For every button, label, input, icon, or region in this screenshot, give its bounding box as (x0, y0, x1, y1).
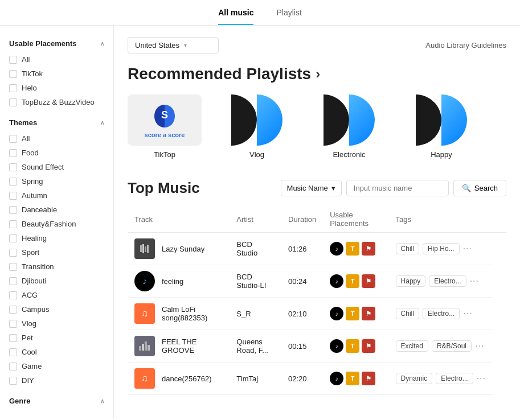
sidebar-item-theme-all[interactable]: All (0, 131, 113, 146)
checkbox-theme-transition[interactable] (9, 263, 17, 271)
more-button[interactable]: ··· (470, 276, 479, 286)
recommended-arrow[interactable]: › (316, 66, 320, 82)
table-row: ♫ dance(256762) TimTaj 02:20 ♪ T ⚑ (128, 363, 506, 395)
checkbox-theme-game[interactable] (9, 363, 17, 370)
sidebar-item-theme-djibouti[interactable]: Djibouti (0, 274, 113, 288)
sidebar-item-placement-topbuzz[interactable]: TopBuzz & BuzzVideo (0, 95, 113, 109)
sidebar-item-theme-beautyfashion[interactable]: Beauty&Fashion (0, 217, 113, 231)
checkbox-placement-all[interactable] (9, 56, 17, 64)
sidebar-item-theme-pet[interactable]: Pet (0, 331, 113, 345)
genre-header[interactable]: Genre ∧ (0, 392, 113, 410)
platform-topbuzz-icon: T (346, 274, 359, 288)
checkbox-theme-diy[interactable] (9, 377, 17, 385)
sidebar-item-theme-campus[interactable]: Campus (0, 302, 113, 316)
track-thumb (134, 336, 155, 356)
tags-cell: Excited R&B/Soul ··· (396, 340, 486, 352)
more-button[interactable]: ··· (463, 244, 472, 254)
tags-cell: Chill Hip Ho... ··· (396, 243, 486, 254)
search-bar: Music Name ▾ 🔍 Search (281, 180, 506, 196)
checkbox-theme-beautyfashion[interactable] (9, 220, 17, 228)
sidebar-item-theme-sport[interactable]: Sport (0, 245, 113, 260)
sidebar-item-theme-acg[interactable]: ACG (0, 288, 113, 302)
tab-playlist[interactable]: Playlist (276, 8, 301, 25)
checkbox-placement-tiktok[interactable] (9, 70, 17, 78)
sidebar-item-theme-autumn[interactable]: Autumn (0, 188, 113, 203)
track-cell: ♫ dance(256762) (134, 368, 223, 389)
sidebar-item-theme-food[interactable]: Food (0, 146, 113, 160)
checkbox-theme-soundeffect[interactable] (9, 163, 17, 171)
sidebar-item-placement-tiktok[interactable]: TikTok (0, 67, 113, 81)
track-thumb (134, 238, 155, 259)
more-button[interactable]: ··· (477, 373, 486, 384)
themes-chevron: ∧ (100, 120, 104, 126)
vlog-thumb-right (257, 94, 282, 146)
electronic-thumb-right (349, 94, 375, 146)
top-music-section: Top Music Music Name ▾ 🔍 Search (128, 179, 506, 395)
playlist-item-happy[interactable]: Happy (404, 94, 478, 159)
checkbox-theme-cool[interactable] (9, 348, 17, 356)
playlists-list: S score a score TikTop Vlog (128, 94, 506, 159)
placement-icons: ♪ T ⚑ (330, 274, 382, 288)
platform-tiktok-icon: ♪ (330, 242, 343, 256)
platform-buzzv-icon: ⚑ (362, 339, 375, 353)
tag: Hip Ho... (423, 243, 460, 254)
sidebar-item-placement-helo[interactable]: Helo (0, 81, 113, 95)
playlist-item-last[interactable] (497, 94, 506, 159)
search-field-select[interactable]: Music Name ▾ (281, 180, 342, 196)
top-nav: All music Playlist (0, 0, 520, 26)
sidebar-item-theme-vlog[interactable]: Vlog (0, 316, 113, 331)
country-select[interactable]: United States ▾ (128, 37, 219, 53)
themes-header[interactable]: Themes ∧ (0, 114, 113, 131)
sidebar-item-theme-diy[interactable]: DIY (0, 373, 113, 388)
sidebar-item-theme-soundeffect[interactable]: Sound Effect (0, 160, 113, 174)
svg-rect-6 (142, 344, 144, 351)
playlist-item-electronic[interactable]: Electronic (312, 94, 386, 159)
checkbox-theme-vlog[interactable] (9, 320, 17, 328)
track-thumb: ♫ (134, 368, 155, 389)
tag: Chill (396, 308, 419, 319)
more-button[interactable]: ··· (463, 308, 472, 319)
checkbox-theme-acg[interactable] (9, 291, 17, 299)
track-cell: ♪ feeling (134, 271, 223, 291)
platform-buzzv-icon: ⚑ (362, 307, 375, 320)
checkbox-theme-pet[interactable] (9, 334, 17, 342)
platform-tiktok-icon: ♪ (330, 274, 343, 288)
table-row: ♪ feeling BCD Studio-LI 00:24 ♪ T ⚑ (128, 265, 506, 298)
search-button[interactable]: 🔍 Search (453, 180, 506, 196)
checkbox-theme-campus[interactable] (9, 306, 17, 314)
sidebar-item-theme-cool[interactable]: Cool (0, 345, 113, 359)
tiktop-logo: S score a score (128, 102, 202, 138)
playlist-item-vlog[interactable]: Vlog (220, 94, 294, 159)
recommended-title: Recommended Playlists › (128, 65, 506, 83)
audio-library-link[interactable]: Audio Library Guidelines (425, 41, 506, 50)
placement-icons: ♪ T ⚑ (330, 307, 382, 320)
search-input[interactable] (346, 180, 449, 196)
more-button[interactable]: ··· (475, 341, 484, 351)
recommended-section: Recommended Playlists › S score a score (128, 65, 506, 159)
checkbox-theme-autumn[interactable] (9, 192, 17, 200)
happy-thumb-left (416, 94, 441, 146)
sidebar-item-theme-spring[interactable]: Spring (0, 174, 113, 188)
sidebar-item-theme-healing[interactable]: Healing (0, 231, 113, 245)
tag: Happy (396, 275, 426, 287)
checkbox-theme-djibouti[interactable] (9, 277, 17, 285)
checkbox-placement-topbuzz[interactable] (9, 98, 17, 106)
checkbox-theme-danceable[interactable] (9, 206, 17, 214)
sidebar-item-theme-danceable[interactable]: Danceable (0, 203, 113, 217)
checkbox-theme-sport[interactable] (9, 249, 17, 257)
tab-all-music[interactable]: All music (218, 8, 253, 25)
checkbox-theme-spring[interactable] (9, 178, 17, 186)
usable-placements-header[interactable]: Usable Placements ∧ (0, 35, 113, 52)
checkbox-placement-helo[interactable] (9, 84, 17, 92)
playlist-item-tiktop[interactable]: S score a score TikTop (128, 94, 202, 159)
top-music-header: Top Music Music Name ▾ 🔍 Search (128, 179, 506, 197)
svg-rect-8 (148, 345, 150, 351)
sidebar-item-placement-all[interactable]: All (0, 52, 113, 67)
checkbox-theme-food[interactable] (9, 149, 17, 157)
track-cell: FEEL THE GROOVE (134, 336, 223, 356)
sidebar-item-theme-transition[interactable]: Transition (0, 260, 113, 274)
checkbox-theme-all[interactable] (9, 135, 17, 143)
sidebar-item-theme-game[interactable]: Game (0, 359, 113, 373)
checkbox-theme-healing[interactable] (9, 234, 17, 242)
platform-tiktok-icon: ♪ (330, 372, 343, 385)
